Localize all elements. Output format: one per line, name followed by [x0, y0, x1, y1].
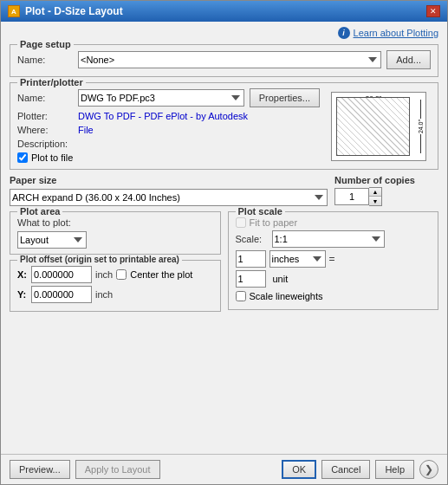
copies-spinner-buttons: ▲ ▼	[369, 187, 382, 206]
y-unit: inch	[95, 289, 113, 300]
scale-num2-input[interactable]	[236, 270, 266, 288]
apply-layout-button[interactable]: Apply to Layout	[75, 460, 160, 479]
scale-unit-select[interactable]: inches	[269, 250, 326, 268]
cancel-button[interactable]: Cancel	[321, 460, 370, 479]
copies-spinner: ▲ ▼	[334, 187, 438, 206]
dialog-footer: Preview... Apply to Layout OK Cancel Hel…	[1, 454, 447, 484]
paper-hatch	[336, 97, 410, 156]
page-setup-title: Page setup	[17, 39, 74, 49]
description-label: Description:	[17, 139, 78, 149]
printer-name-row: Name: DWG To PDF.pc3 Properties...	[17, 88, 320, 107]
scale-unit2-row: unit	[236, 270, 432, 288]
fit-to-paper-label: Fit to paper	[250, 217, 298, 228]
copies-decrement-button[interactable]: ▼	[369, 197, 381, 205]
page-setup-name-select[interactable]: <None>	[78, 51, 381, 68]
info-icon: i	[338, 27, 350, 39]
offset-x-row: X: inch Center the plot	[17, 266, 213, 283]
plot-scale-section: Plot scale Fit to paper Scale: 1:1	[228, 211, 439, 317]
scale-lineweights-row: Scale lineweights	[236, 291, 432, 301]
plot-scale-title: Plot scale	[236, 206, 285, 217]
learn-about-plotting-link[interactable]: Learn about Plotting	[354, 28, 438, 38]
plot-to-file-row: Plot to file	[17, 152, 320, 163]
paper-copies-row: Paper size ARCH expand D (36.00 x 24.00 …	[10, 175, 438, 206]
paper-size-select[interactable]: ARCH expand D (36.00 x 24.00 Inches)	[10, 189, 328, 206]
scale-label: Scale:	[236, 234, 269, 244]
where-label: Where:	[17, 125, 78, 135]
plotter-label: Plotter:	[17, 111, 78, 121]
top-link-row: i Learn about Plotting	[10, 27, 438, 39]
center-plot-checkbox[interactable]	[116, 269, 127, 280]
printer-name-label: Name:	[17, 93, 78, 103]
plotter-value: DWG To PDF - PDF ePlot - by Autodesk	[78, 111, 248, 121]
scale-select[interactable]: 1:1	[272, 230, 385, 248]
y-input[interactable]	[31, 286, 92, 303]
copies-input[interactable]	[334, 188, 369, 205]
plot-offset-group: Plot offset (origin set to printable are…	[10, 260, 221, 312]
plot-scale-group: Plot scale Fit to paper Scale: 1:1	[228, 211, 439, 310]
paper-size-label: Paper size	[10, 175, 328, 185]
title-bar: A Plot - D-Size Layout ✕	[1, 1, 447, 22]
page-setup-group: Page setup Name: <None> Add...	[10, 44, 438, 77]
properties-button[interactable]: Properties...	[250, 88, 320, 107]
fit-to-paper-row: Fit to paper	[236, 217, 432, 228]
plot-left-section: Plot area What to plot: Layout Plot offs…	[10, 211, 221, 317]
plot-to-file-label: Plot to file	[31, 152, 73, 163]
printer-plotter-group: Printer/plotter Name: DWG To PDF.pc3 Pro…	[10, 82, 438, 170]
offset-y-row: Y: inch	[17, 286, 213, 303]
copies-section: Number of copies ▲ ▼	[334, 175, 438, 206]
copies-increment-button[interactable]: ▲	[369, 188, 381, 197]
expand-icon: ❯	[425, 463, 433, 475]
dialog-title: Plot - D-Size Layout	[25, 5, 123, 17]
add-button[interactable]: Add...	[386, 50, 431, 69]
plot-offset-title: Plot offset (origin set to printable are…	[17, 255, 182, 264]
help-button[interactable]: Help	[375, 460, 414, 479]
page-setup-name-label: Name:	[17, 55, 78, 65]
scale-lineweights-label: Scale lineweights	[250, 291, 323, 301]
dialog-body: i Learn about Plotting Page setup Name: …	[1, 22, 447, 454]
dim-height: 24.0″	[418, 100, 424, 153]
what-to-plot-select[interactable]: Layout	[17, 231, 87, 249]
footer-right: OK Cancel Help ❯	[282, 460, 438, 479]
ok-button[interactable]: OK	[282, 460, 316, 479]
copies-label: Number of copies	[334, 175, 438, 185]
paper-size-section: Paper size ARCH expand D (36.00 x 24.00 …	[10, 175, 328, 206]
printer-plotter-title: Printer/plotter	[17, 77, 86, 87]
description-row: Description:	[17, 139, 320, 149]
scale-unit-row: inches =	[236, 250, 432, 268]
plot-to-file-checkbox[interactable]	[17, 152, 28, 163]
title-bar-left: A Plot - D-Size Layout	[8, 5, 123, 17]
paper-preview-box: 36.0″ 24.0″	[331, 92, 426, 161]
scale-row: Scale: 1:1	[236, 230, 432, 248]
x-unit: inch	[95, 269, 113, 280]
footer-left: Preview... Apply to Layout	[10, 460, 276, 479]
scale-lineweights-checkbox[interactable]	[236, 291, 246, 301]
what-to-plot-label: What to plot:	[17, 217, 78, 228]
app-icon: A	[8, 5, 20, 17]
x-input[interactable]	[31, 266, 92, 283]
expand-button[interactable]: ❯	[419, 460, 438, 479]
what-to-plot-row: What to plot:	[17, 217, 213, 228]
printer-name-select[interactable]: DWG To PDF.pc3	[78, 89, 244, 107]
page-setup-name-row: Name: <None> Add...	[17, 50, 431, 69]
preview-button[interactable]: Preview...	[10, 460, 70, 479]
scale-unit2-label: unit	[273, 274, 289, 284]
equals-sign: =	[329, 253, 335, 265]
close-button[interactable]: ✕	[426, 5, 440, 17]
paper-preview-area: 36.0″ 24.0″	[327, 88, 431, 165]
dialog: A Plot - D-Size Layout ✕ i Learn about P…	[0, 0, 448, 485]
where-row: Where: File	[17, 125, 320, 135]
where-value: File	[78, 125, 94, 135]
y-label: Y:	[17, 289, 28, 300]
plot-area-group: Plot area What to plot: Layout	[10, 211, 221, 255]
bottom-section: Plot area What to plot: Layout Plot offs…	[10, 211, 438, 317]
fit-to-paper-checkbox[interactable]	[236, 217, 246, 228]
center-plot-label: Center the plot	[130, 269, 192, 280]
plotter-row: Plotter: DWG To PDF - PDF ePlot - by Aut…	[17, 111, 320, 121]
plot-area-title: Plot area	[17, 206, 62, 217]
x-label: X:	[17, 269, 28, 280]
scale-num1-input[interactable]	[236, 250, 266, 268]
